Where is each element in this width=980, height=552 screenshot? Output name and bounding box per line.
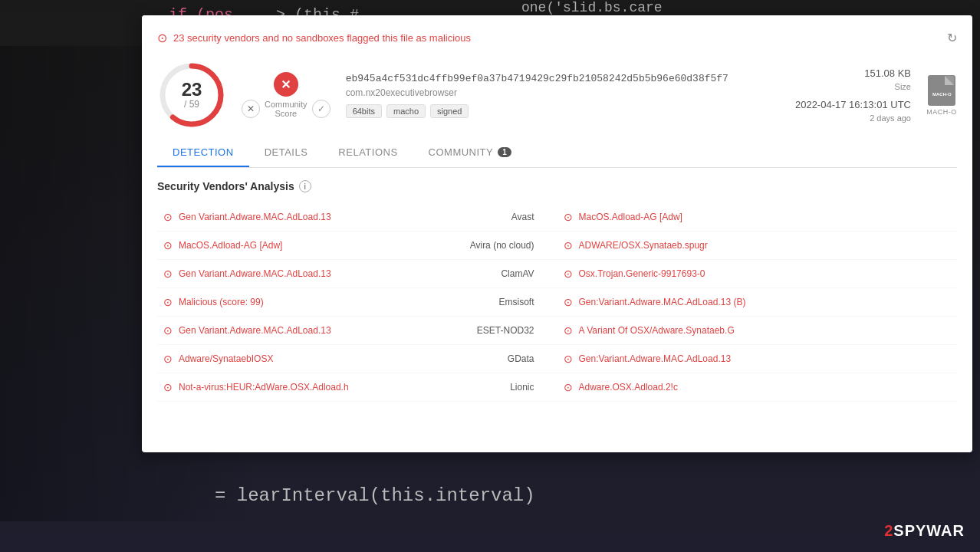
det-name-3-right[interactable]: Gen:Variant.Adware.MAC.AdLoad.13 (B)	[579, 297, 746, 307]
tab-detection-label: DETECTION	[173, 146, 234, 158]
det-icon-5-right: ⊙	[564, 353, 573, 365]
det-cell-left-4: ⊙ Gen Variant.Adware.MAC.AdLoad.13 ESET-…	[157, 317, 557, 345]
watermark: 2SPYWAR	[884, 522, 965, 540]
det-icon-4-right: ⊙	[564, 324, 573, 337]
det-vendor-2-left: ClamAV	[493, 268, 534, 279]
community-score-buttons: ✕ CommunityScore ✓	[242, 100, 331, 118]
det-icon-3-left: ⊙	[163, 296, 173, 308]
det-icon-5-left: ⊙	[163, 353, 173, 365]
tab-detection[interactable]: DETECTION	[157, 139, 249, 167]
det-cell-right-0: ⊙ MacOS.Adload-AG [Adw]	[557, 203, 958, 232]
alert-icon: ⊙	[157, 31, 167, 45]
thumbs-down-button[interactable]: ✕	[242, 100, 260, 118]
det-cell-right-1: ⊙ ADWARE/OSX.Synataeb.spugr	[557, 232, 958, 260]
det-cell-left-6: ⊙ Not-a-virus:HEUR:AdWare.OSX.Adload.h L…	[157, 373, 557, 402]
file-size-label: Size	[788, 82, 911, 91]
file-type-icon: MACH-O MACH-O	[926, 75, 957, 116]
det-cell-left-3: ⊙ Malicious (score: 99) Emsisoft	[157, 288, 557, 317]
det-icon-4-left: ⊙	[163, 324, 173, 337]
det-cell-right-5: ⊙ Gen:Variant.Adware.MAC.AdLoad.13	[557, 345, 958, 373]
det-cell-right-4: ⊙ A Variant Of OSX/Adware.Synataeb.G	[557, 317, 958, 345]
det-icon-3-right: ⊙	[564, 296, 573, 308]
file-type-box: MACH-O	[928, 75, 955, 106]
det-cell-right-3: ⊙ Gen:Variant.Adware.MAC.AdLoad.13 (B)	[557, 288, 958, 317]
file-info: eb945a4cf531dc4ffb99ef0a37b4719429c29fb2…	[346, 73, 773, 118]
det-name-6-left[interactable]: Not-a-virus:HEUR:AdWare.OSX.Adload.h	[179, 382, 349, 393]
det-name-0-right[interactable]: MacOS.Adload-AG [Adw]	[579, 212, 682, 222]
det-name-5-right[interactable]: Gen:Variant.Adware.MAC.AdLoad.13	[579, 353, 732, 364]
det-vendor-3-left: Emsisoft	[491, 297, 534, 307]
tag-64bits: 64bits	[346, 104, 382, 118]
tab-relations-label: RELATIONS	[338, 146, 397, 158]
det-cell-right-6: ⊙ Adware.OSX.Adload.2!c	[557, 373, 958, 402]
det-name-5-left[interactable]: Adware/SynataebIOSX	[179, 353, 273, 364]
tab-details[interactable]: DETAILS	[249, 139, 324, 167]
panel-content: Security Vendors' Analysis i ⊙ Gen Varia…	[142, 168, 972, 436]
det-name-2-left[interactable]: Gen Variant.Adware.MAC.AdLoad.13	[179, 268, 331, 279]
det-name-1-right[interactable]: ADWARE/OSX.Synataeb.spugr	[579, 240, 708, 251]
tab-relations[interactable]: RELATIONS	[323, 139, 413, 167]
file-name: com.nx20executivebrowser	[346, 87, 773, 98]
svg-text:MACH-O: MACH-O	[932, 92, 952, 97]
det-icon-0-right: ⊙	[564, 211, 573, 223]
tab-community-label: COMMUNITY	[429, 146, 494, 158]
det-vendor-0-left: Avast	[504, 212, 534, 222]
detection-grid: ⊙ Gen Variant.Adware.MAC.AdLoad.13 Avast…	[157, 203, 957, 402]
alert-text: 23 security vendors and no sandboxes fla…	[173, 32, 471, 44]
alert-bar: ⊙ 23 security vendors and no sandboxes f…	[157, 28, 957, 48]
community-score-area: ✕ ✕ CommunityScore ✓	[242, 72, 331, 118]
file-meta: 151.08 KB Size 2022-04-17 16:13:01 UTC 2…	[788, 67, 911, 123]
det-name-4-left[interactable]: Gen Variant.Adware.MAC.AdLoad.13	[179, 325, 331, 336]
community-score-icon: ✕	[274, 72, 298, 97]
main-panel: ⊙ 23 security vendors and no sandboxes f…	[142, 15, 972, 452]
panel-header: ⊙ 23 security vendors and no sandboxes f…	[142, 15, 972, 168]
section-info-icon[interactable]: i	[299, 180, 311, 192]
det-vendor-6-left: Lionic	[502, 382, 534, 393]
det-icon-1-left: ⊙	[163, 239, 173, 251]
det-cell-left-2: ⊙ Gen Variant.Adware.MAC.AdLoad.13 ClamA…	[157, 260, 557, 288]
det-name-3-left[interactable]: Malicious (score: 99)	[179, 297, 264, 307]
section-title: Security Vendors' Analysis i	[157, 180, 957, 192]
det-icon-0-left: ⊙	[163, 211, 173, 223]
file-hash: eb945a4cf531dc4ffb99ef0a37b4719429c29fb2…	[346, 73, 773, 84]
det-vendor-1-left: Avira (no cloud)	[462, 240, 534, 251]
det-icon-6-right: ⊙	[564, 381, 573, 393]
det-name-6-right[interactable]: Adware.OSX.Adload.2!c	[579, 382, 678, 393]
score-denominator: / 59	[182, 99, 202, 110]
det-vendor-5-left: GData	[500, 353, 534, 364]
section-title-text: Security Vendors' Analysis	[157, 180, 294, 192]
tab-community-badge: 1	[498, 147, 511, 157]
refresh-button[interactable]: ↻	[947, 31, 957, 45]
file-tags: 64bits macho signed	[346, 104, 773, 118]
det-name-4-right[interactable]: A Variant Of OSX/Adware.Synataeb.G	[579, 325, 735, 336]
file-type-label: MACH-O	[926, 108, 957, 116]
det-vendor-4-left: ESET-NOD32	[469, 325, 534, 336]
score-row: 23 / 59 ✕ ✕ CommunityScore ✓ eb945a4cf53…	[157, 61, 957, 130]
det-cell-left-1: ⊙ MacOS.Adload-AG [Adw] Avira (no cloud)	[157, 232, 557, 260]
code-line-3: one('slid.bs.care	[521, 0, 663, 15]
tag-signed: signed	[430, 104, 469, 118]
det-cell-left-5: ⊙ Adware/SynataebIOSX GData	[157, 345, 557, 373]
file-date-ago: 2 days ago	[788, 113, 911, 123]
det-name-0-left[interactable]: Gen Variant.Adware.MAC.AdLoad.13	[179, 212, 331, 222]
file-size-value: 151.08 KB	[788, 67, 911, 79]
det-cell-right-2: ⊙ Osx.Trojan.Generic-9917693-0	[557, 260, 958, 288]
det-name-2-right[interactable]: Osx.Trojan.Generic-9917693-0	[579, 268, 705, 279]
det-name-1-left[interactable]: MacOS.Adload-AG [Adw]	[179, 240, 282, 251]
thumbs-up-button[interactable]: ✓	[312, 100, 331, 118]
score-inner: 23 / 59	[182, 80, 202, 110]
det-icon-6-left: ⊙	[163, 381, 173, 393]
tag-macho: macho	[386, 104, 426, 118]
det-icon-2-left: ⊙	[163, 268, 173, 280]
bottom-code: = learInterval(this.interval)	[215, 485, 535, 506]
community-score-label: CommunityScore	[265, 100, 307, 118]
score-circle: 23 / 59	[157, 61, 226, 130]
file-date-value: 2022-04-17 16:13:01 UTC	[788, 99, 911, 110]
tabs: DETECTION DETAILS RELATIONS COMMUNITY 1	[157, 139, 957, 168]
score-number: 23	[182, 80, 202, 99]
tab-community[interactable]: COMMUNITY 1	[413, 139, 528, 167]
tab-details-label: DETAILS	[265, 146, 308, 158]
det-icon-1-right: ⊙	[564, 239, 573, 251]
det-cell-left-0: ⊙ Gen Variant.Adware.MAC.AdLoad.13 Avast	[157, 203, 557, 232]
det-icon-2-right: ⊙	[564, 268, 573, 280]
